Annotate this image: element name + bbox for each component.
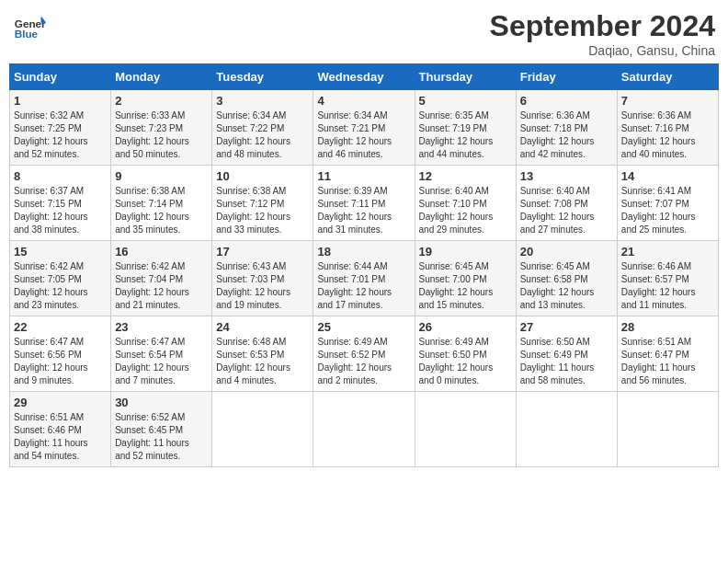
day-info: Sunrise: 6:47 AM Sunset: 6:56 PM Dayligh… [14, 337, 88, 385]
day-number: 27 [520, 320, 613, 334]
calendar-cell: 19Sunrise: 6:45 AM Sunset: 7:00 PM Dayli… [415, 241, 516, 316]
calendar-cell: 9Sunrise: 6:38 AM Sunset: 7:14 PM Daylig… [111, 166, 212, 241]
calendar-cell: 11Sunrise: 6:39 AM Sunset: 7:11 PM Dayli… [313, 166, 415, 241]
week-row-5: 29Sunrise: 6:51 AM Sunset: 6:46 PM Dayli… [10, 392, 719, 467]
day-number: 3 [216, 94, 309, 108]
days-header-row: SundayMondayTuesdayWednesdayThursdayFrid… [10, 64, 719, 90]
day-info: Sunrise: 6:48 AM Sunset: 6:53 PM Dayligh… [216, 337, 290, 385]
day-info: Sunrise: 6:50 AM Sunset: 6:49 PM Dayligh… [520, 337, 595, 385]
day-number: 21 [621, 245, 714, 259]
day-info: Sunrise: 6:41 AM Sunset: 7:07 PM Dayligh… [621, 186, 696, 235]
calendar-cell: 14Sunrise: 6:41 AM Sunset: 7:07 PM Dayli… [617, 166, 718, 241]
day-number: 28 [621, 320, 714, 334]
day-number: 9 [115, 169, 208, 183]
month-title: September 2024 [490, 9, 715, 43]
day-number: 25 [317, 320, 410, 334]
calendar-cell: 25Sunrise: 6:49 AM Sunset: 6:52 PM Dayli… [313, 316, 415, 392]
day-number: 8 [14, 169, 107, 183]
calendar-cell: 3Sunrise: 6:34 AM Sunset: 7:22 PM Daylig… [212, 90, 313, 166]
day-number: 17 [216, 245, 309, 259]
calendar-cell: 2Sunrise: 6:33 AM Sunset: 7:23 PM Daylig… [111, 90, 212, 166]
calendar-cell: 30Sunrise: 6:52 AM Sunset: 6:45 PM Dayli… [111, 392, 212, 467]
day-info: Sunrise: 6:43 AM Sunset: 7:03 PM Dayligh… [216, 261, 290, 310]
day-info: Sunrise: 6:42 AM Sunset: 7:05 PM Dayligh… [14, 261, 88, 310]
day-number: 18 [317, 245, 410, 259]
day-number: 30 [115, 396, 208, 409]
day-number: 29 [14, 396, 107, 409]
day-info: Sunrise: 6:40 AM Sunset: 7:10 PM Dayligh… [419, 186, 494, 235]
day-info: Sunrise: 6:42 AM Sunset: 7:04 PM Dayligh… [115, 261, 189, 310]
calendar-cell: 22Sunrise: 6:47 AM Sunset: 6:56 PM Dayli… [10, 316, 111, 392]
calendar-cell: 10Sunrise: 6:38 AM Sunset: 7:12 PM Dayli… [212, 166, 313, 241]
day-header-tuesday: Tuesday [212, 64, 313, 90]
day-info: Sunrise: 6:36 AM Sunset: 7:18 PM Dayligh… [520, 110, 595, 159]
week-row-1: 1Sunrise: 6:32 AM Sunset: 7:25 PM Daylig… [10, 90, 719, 166]
calendar-cell [313, 392, 415, 467]
calendar-cell: 21Sunrise: 6:46 AM Sunset: 6:57 PM Dayli… [617, 241, 718, 316]
calendar-cell: 4Sunrise: 6:34 AM Sunset: 7:21 PM Daylig… [313, 90, 415, 166]
day-info: Sunrise: 6:45 AM Sunset: 7:00 PM Dayligh… [419, 261, 494, 310]
day-number: 11 [317, 169, 410, 183]
day-info: Sunrise: 6:39 AM Sunset: 7:11 PM Dayligh… [317, 186, 392, 235]
calendar-cell: 18Sunrise: 6:44 AM Sunset: 7:01 PM Dayli… [313, 241, 415, 316]
logo: General Blue [13, 9, 46, 42]
calendar-cell [212, 392, 313, 467]
day-info: Sunrise: 6:33 AM Sunset: 7:23 PM Dayligh… [115, 110, 189, 159]
day-number: 1 [14, 94, 107, 108]
page-header: General Blue September 2024 Daqiao, Gans… [9, 9, 719, 58]
day-number: 22 [14, 320, 107, 334]
day-info: Sunrise: 6:45 AM Sunset: 6:58 PM Dayligh… [520, 261, 595, 310]
day-info: Sunrise: 6:49 AM Sunset: 6:52 PM Dayligh… [317, 337, 392, 385]
day-header-sunday: Sunday [10, 64, 111, 90]
day-number: 16 [115, 245, 208, 259]
calendar-cell: 13Sunrise: 6:40 AM Sunset: 7:08 PM Dayli… [516, 166, 617, 241]
day-info: Sunrise: 6:52 AM Sunset: 6:45 PM Dayligh… [115, 412, 189, 461]
calendar-cell: 28Sunrise: 6:51 AM Sunset: 6:47 PM Dayli… [617, 316, 718, 392]
day-info: Sunrise: 6:38 AM Sunset: 7:12 PM Dayligh… [216, 186, 290, 235]
day-number: 4 [317, 94, 410, 108]
day-info: Sunrise: 6:40 AM Sunset: 7:08 PM Dayligh… [520, 186, 595, 235]
svg-text:Blue: Blue [15, 28, 39, 40]
calendar-cell: 16Sunrise: 6:42 AM Sunset: 7:04 PM Dayli… [111, 241, 212, 316]
day-info: Sunrise: 6:47 AM Sunset: 6:54 PM Dayligh… [115, 337, 189, 385]
day-info: Sunrise: 6:44 AM Sunset: 7:01 PM Dayligh… [317, 261, 392, 310]
day-number: 23 [115, 320, 208, 334]
day-number: 2 [115, 94, 208, 108]
title-block: September 2024 Daqiao, Gansu, China [490, 9, 715, 58]
day-header-thursday: Thursday [415, 64, 516, 90]
calendar-cell: 17Sunrise: 6:43 AM Sunset: 7:03 PM Dayli… [212, 241, 313, 316]
calendar-cell: 23Sunrise: 6:47 AM Sunset: 6:54 PM Dayli… [111, 316, 212, 392]
day-info: Sunrise: 6:35 AM Sunset: 7:19 PM Dayligh… [419, 110, 494, 159]
calendar-cell [617, 392, 718, 467]
day-info: Sunrise: 6:38 AM Sunset: 7:14 PM Dayligh… [115, 186, 189, 235]
day-info: Sunrise: 6:37 AM Sunset: 7:15 PM Dayligh… [14, 186, 88, 235]
day-header-friday: Friday [516, 64, 617, 90]
day-number: 13 [520, 169, 613, 183]
day-info: Sunrise: 6:34 AM Sunset: 7:21 PM Dayligh… [317, 110, 392, 159]
week-row-4: 22Sunrise: 6:47 AM Sunset: 6:56 PM Dayli… [10, 316, 719, 392]
calendar-cell: 1Sunrise: 6:32 AM Sunset: 7:25 PM Daylig… [10, 90, 111, 166]
calendar-cell: 6Sunrise: 6:36 AM Sunset: 7:18 PM Daylig… [516, 90, 617, 166]
day-number: 15 [14, 245, 107, 259]
day-header-monday: Monday [111, 64, 212, 90]
week-row-2: 8Sunrise: 6:37 AM Sunset: 7:15 PM Daylig… [10, 166, 719, 241]
calendar-cell: 20Sunrise: 6:45 AM Sunset: 6:58 PM Dayli… [516, 241, 617, 316]
day-info: Sunrise: 6:51 AM Sunset: 6:46 PM Dayligh… [14, 412, 88, 461]
day-number: 19 [419, 245, 512, 259]
day-number: 7 [621, 94, 714, 108]
calendar-cell: 8Sunrise: 6:37 AM Sunset: 7:15 PM Daylig… [10, 166, 111, 241]
day-number: 5 [419, 94, 512, 108]
day-header-wednesday: Wednesday [313, 64, 415, 90]
day-number: 12 [419, 169, 512, 183]
day-header-saturday: Saturday [617, 64, 718, 90]
day-number: 14 [621, 169, 714, 183]
day-info: Sunrise: 6:51 AM Sunset: 6:47 PM Dayligh… [621, 337, 696, 385]
day-info: Sunrise: 6:36 AM Sunset: 7:16 PM Dayligh… [621, 110, 696, 159]
week-row-3: 15Sunrise: 6:42 AM Sunset: 7:05 PM Dayli… [10, 241, 719, 316]
calendar-cell: 27Sunrise: 6:50 AM Sunset: 6:49 PM Dayli… [516, 316, 617, 392]
calendar-cell: 26Sunrise: 6:49 AM Sunset: 6:50 PM Dayli… [415, 316, 516, 392]
calendar-cell: 24Sunrise: 6:48 AM Sunset: 6:53 PM Dayli… [212, 316, 313, 392]
day-info: Sunrise: 6:34 AM Sunset: 7:22 PM Dayligh… [216, 110, 290, 159]
calendar-cell: 5Sunrise: 6:35 AM Sunset: 7:19 PM Daylig… [415, 90, 516, 166]
calendar-cell [415, 392, 516, 467]
